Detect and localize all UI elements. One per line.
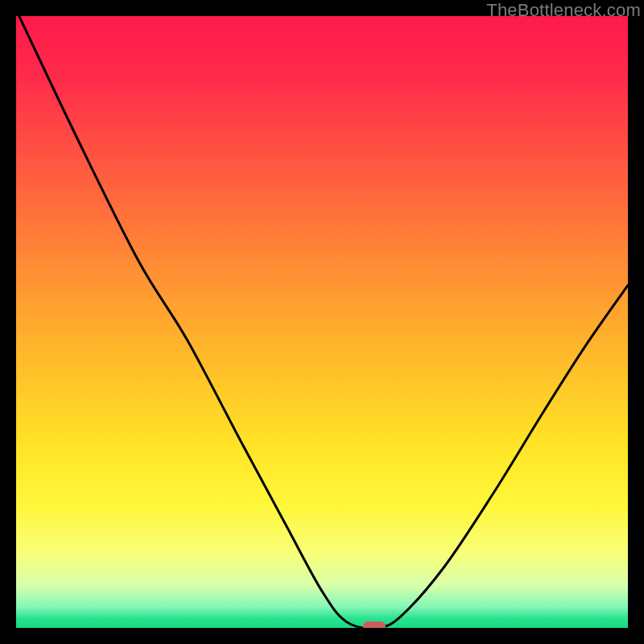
watermark-text: TheBottleneck.com bbox=[486, 0, 641, 21]
bottleneck-curve bbox=[16, 16, 628, 628]
chart-frame: TheBottleneck.com bbox=[0, 0, 644, 644]
optimum-marker bbox=[363, 621, 386, 628]
plot-area bbox=[16, 16, 628, 628]
